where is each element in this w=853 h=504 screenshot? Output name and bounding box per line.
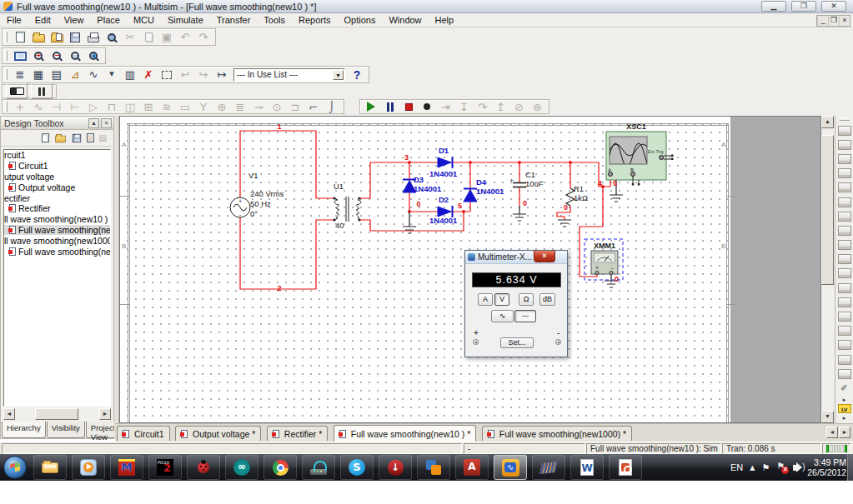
taskbar-ultiboard-button[interactable]	[532, 455, 565, 480]
cmos-components-icon[interactable]: ◫	[122, 99, 138, 115]
cut-icon[interactable]: ✂	[122, 29, 138, 45]
new-file-icon[interactable]	[12, 29, 28, 45]
toolbar-drag-handle[interactable]	[5, 102, 8, 111]
menu-file[interactable]: File	[0, 14, 28, 26]
taskbar-adobe-reader-button[interactable]: A	[455, 455, 489, 480]
place-bus-icon[interactable]: ⌡	[324, 99, 340, 115]
panel-collapse-icon[interactable]: ▴	[88, 118, 99, 128]
taskbar-media-player-button[interactable]	[72, 455, 105, 480]
forward-annotate-icon[interactable]: ↪	[195, 67, 212, 82]
toolbar-drag-handle[interactable]	[5, 32, 8, 42]
show-hidden-icons-button[interactable]: ▲	[750, 464, 755, 472]
taskbar-word-button[interactable]	[570, 455, 604, 480]
redo-icon[interactable]: ↷	[195, 29, 212, 45]
agilent-oscilloscope-icon[interactable]	[838, 355, 851, 365]
sheet-tab-rectifier[interactable]: Rectifier *	[267, 426, 329, 441]
sheet-tab-full-wave-new10[interactable]: Full wave smoothing(new10 ) *	[334, 425, 477, 442]
grapher-icon[interactable]: ∿	[85, 67, 102, 82]
tree-item[interactable]: Rectifier	[4, 203, 110, 214]
power-components-icon[interactable]: Y	[195, 99, 212, 115]
menu-help[interactable]: Help	[429, 14, 461, 26]
tree-item[interactable]: ll wave smoothing(new10 )	[4, 214, 110, 225]
taskbar-debugger-button[interactable]	[187, 455, 220, 480]
u1-transformer[interactable]	[333, 197, 360, 222]
step-out-icon[interactable]: ↥	[492, 99, 509, 115]
print-icon[interactable]	[85, 29, 102, 45]
scope-ext-trig-terminal[interactable]	[660, 156, 664, 160]
sheet-tab-circuit1[interactable]: Circuit1	[117, 426, 170, 441]
open-sample-icon[interactable]	[48, 29, 65, 45]
taskbar-vmware-button[interactable]	[417, 455, 450, 480]
sheet-tab-output-voltage[interactable]: Output voltage *	[175, 426, 261, 441]
bode-plotter-icon[interactable]	[838, 197, 851, 207]
multimeter-minus-terminal[interactable]	[555, 339, 561, 345]
toggle-view-icon[interactable]: ▤	[99, 134, 107, 142]
breakpoint-icon[interactable]: ⊘	[510, 99, 527, 115]
open-file-icon[interactable]	[30, 29, 47, 45]
save-design-icon[interactable]	[72, 133, 80, 142]
sheet-tab-full-wave-new1000[interactable]: Full wave smoothing(new1000) *	[482, 426, 632, 441]
save-icon[interactable]	[67, 29, 83, 45]
labview-instruments-icon[interactable]: LV	[838, 404, 851, 413]
remove-breakpoint-icon[interactable]: ⊛	[529, 99, 545, 115]
tree-item[interactable]: ectifier	[4, 192, 110, 203]
taskbar-skype-button[interactable]: S	[340, 455, 374, 480]
taskbar-download-manager-button[interactable]: ↓	[379, 455, 412, 480]
simulate-stop-icon[interactable]	[400, 99, 417, 115]
diode-components-icon[interactable]: ⊣	[48, 99, 65, 115]
show-desktop-button[interactable]	[847, 454, 853, 481]
menu-place[interactable]: Place	[90, 14, 127, 26]
zoom-fit-icon[interactable]: ▣	[85, 48, 102, 64]
word-generator-icon[interactable]	[838, 226, 851, 236]
toolbar-drag-handle[interactable]	[840, 117, 850, 121]
menu-reports[interactable]: Reports	[292, 14, 338, 26]
logic-analyzer-icon[interactable]	[838, 240, 851, 250]
multimeter-dialog[interactable]: Multimeter-X... × 5.634 V A V Ω dB ∿ — +…	[464, 250, 568, 357]
new-schematic-icon[interactable]	[42, 133, 49, 142]
taskbar-mplab-button[interactable]: M	[110, 455, 143, 480]
taskbar-arduino-button[interactable]: ∞	[225, 455, 258, 480]
tab-visibility[interactable]: Visibility	[47, 422, 85, 438]
scope-channel-a-terminal[interactable]	[609, 172, 613, 177]
misc-components-icon[interactable]: ⊕	[213, 99, 230, 115]
menu-edit[interactable]: Edit	[28, 14, 58, 26]
menu-simulate[interactable]: Simulate	[161, 14, 210, 26]
peripheral-components-icon[interactable]: ≣	[232, 99, 248, 115]
function-generator-icon[interactable]	[838, 140, 851, 150]
tree-item[interactable]: Full wave smoothing(new1000)	[4, 246, 110, 257]
wattmeter-icon[interactable]	[838, 154, 851, 164]
simulate-pause-icon[interactable]	[382, 99, 399, 115]
taskbar-clock[interactable]: 3:49 PM 26/5/2012	[807, 457, 846, 477]
measurement-probe-icon[interactable]: ✐	[838, 383, 851, 395]
tree-item[interactable]: Circuit1	[4, 161, 110, 172]
pause-switch-button[interactable]	[31, 83, 53, 99]
toolbar-drag-handle[interactable]	[5, 51, 8, 62]
tree-item-selected[interactable]: Full wave smoothing(new10 )	[4, 225, 110, 236]
taskbar-pickit2-button[interactable]: 2	[148, 455, 182, 480]
design-toolbox-icon[interactable]: ≣	[12, 67, 28, 82]
multimeter-dc-button[interactable]: —	[514, 310, 536, 322]
misc-digital-icon[interactable]: ⊞	[140, 99, 157, 115]
help-button[interactable]: ?	[349, 67, 365, 82]
tab-scroll-right-icon[interactable]: ►	[839, 427, 850, 438]
open-design-icon[interactable]	[55, 136, 66, 143]
xmm1-minus-terminal[interactable]	[610, 272, 613, 275]
title-bar[interactable]: Full wave smoothing(new10 ) - Multisim -…	[0, 0, 853, 13]
fullscreen-icon[interactable]	[12, 48, 28, 64]
four-channel-oscilloscope-icon[interactable]	[838, 182, 851, 192]
menu-tools[interactable]: Tools	[257, 14, 292, 26]
erc-check-icon[interactable]: ✗	[140, 67, 157, 82]
postprocessor-icon[interactable]: ▥	[122, 67, 138, 82]
tree-horizontal-scrollbar[interactable]: ◄ ►	[3, 408, 111, 420]
logic-converter-icon[interactable]	[838, 254, 851, 264]
source-components-icon[interactable]: +	[12, 99, 28, 115]
scrollbar-thumb[interactable]	[35, 408, 78, 420]
canvas-vertical-scrollbar[interactable]: ▲ ▼	[821, 116, 835, 423]
scroll-left-icon[interactable]: ◄	[3, 408, 15, 420]
step-over-icon[interactable]: ↷	[474, 99, 490, 115]
transistor-components-icon[interactable]: ⊢	[67, 99, 83, 115]
frequency-counter-icon[interactable]	[838, 212, 851, 222]
basic-components-icon[interactable]: ∿	[30, 99, 47, 115]
design-toolbox-header[interactable]: Design Toolbox ▴ ×	[1, 117, 113, 130]
action-center-alert-icon[interactable]	[776, 462, 786, 472]
